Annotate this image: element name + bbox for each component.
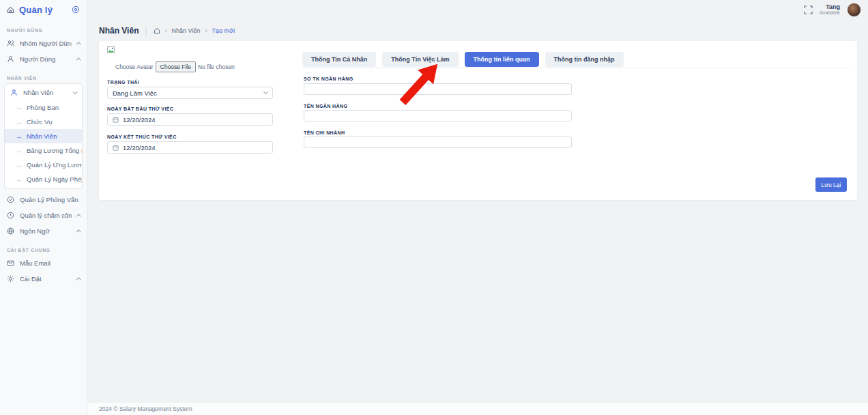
arrow-icon: →: [16, 176, 22, 183]
start-date-input[interactable]: 12/20/2024: [107, 113, 273, 126]
tab-thong-tin-dang-nhap[interactable]: Thông tin đăng nhập: [545, 52, 624, 67]
breadcrumb-separator: ›: [205, 27, 207, 34]
user-block[interactable]: Tang Available: [820, 3, 840, 16]
tab-thong-tin-viec-lam[interactable]: Thông Tin Việc Làm: [382, 52, 458, 67]
user-icon: [7, 55, 14, 63]
page-title: Nhân Viên: [99, 26, 139, 35]
app-title: Quản lý: [19, 5, 67, 15]
end-date-value: 12/20/2024: [123, 144, 156, 152]
tabs-divider: [302, 68, 849, 68]
nhan-vien-submenu: Nhân Viên → Phòng Ban → Chức Vụ → Nhân V…: [4, 83, 83, 189]
status-select[interactable]: Đang Làm Việc: [107, 87, 273, 99]
start-date-value: 12/20/2024: [123, 116, 156, 124]
status-label: TRẠNG THÁI: [107, 80, 273, 85]
arrow-icon: →: [16, 119, 22, 126]
gear-icon: [7, 275, 14, 283]
sidebar-subitem-quan-ly-ngay-phep[interactable]: → Quản Lý Ngày Phép: [5, 172, 82, 186]
title-divider: |: [145, 26, 147, 35]
home-icon[interactable]: [154, 27, 160, 34]
sidebar-item-quan-ly-cham-cong[interactable]: Quản lý chấm công: [0, 208, 87, 223]
globe-icon: [7, 227, 14, 235]
sidebar-item-nhan-vien[interactable]: Nhân Viên: [5, 84, 82, 100]
sidebar-item-ngon-ngu[interactable]: Ngôn Ngữ: [0, 223, 87, 239]
sidebar: Quản lý NGƯỜI DÙNG Nhóm Người Dùng: [0, 0, 87, 415]
page-head: Nhân Viên | › Nhân Viên › Tạo mới: [99, 26, 235, 35]
clock-icon: [7, 212, 14, 219]
bank-name-input[interactable]: [304, 110, 572, 121]
subitem-label: Chức Vụ: [27, 118, 53, 126]
tab-thong-tin-lien-quan[interactable]: Thông tin liên quan: [465, 52, 539, 67]
start-date-field: NGÀY BẮT ĐẦU THỬ VIỆC 12/20/2024: [107, 106, 273, 126]
chevron-down-icon: [73, 89, 77, 94]
status-field: TRẠNG THÁI Đang Làm Việc: [107, 80, 273, 99]
bank-account-input[interactable]: [304, 83, 572, 95]
arrow-icon: →: [16, 162, 22, 169]
breadcrumb-separator: ›: [165, 27, 167, 34]
end-date-input[interactable]: 12/20/2024: [107, 141, 273, 154]
sidebar-item-quan-ly-phong-van[interactable]: Quản Lý Phỏng Vấn: [0, 192, 87, 208]
sidebar-subitem-phong-ban[interactable]: → Phòng Ban: [5, 100, 82, 115]
sidebar-item-label: Ngôn Ngữ: [20, 227, 72, 235]
end-date-label: NGÀY KẾT THÚC THỬ VIỆC: [107, 134, 273, 139]
section-nguoi-dung: NGƯỜI DÙNG: [7, 28, 80, 33]
subitem-label: Quản Lý Ngày Phép: [27, 175, 82, 183]
sidebar-subitem-quan-ly-ung-luong[interactable]: → Quản Lý Ứng Lương: [5, 158, 82, 172]
chevron-up-icon: [76, 58, 81, 62]
broken-image-icon: [107, 46, 116, 55]
sidebar-subitem-nhan-vien[interactable]: → Nhân Viên: [5, 129, 82, 143]
check-circle-icon: [7, 196, 14, 203]
avatar-upload-row: Choose Avatar Choose File No file chosen: [107, 61, 235, 72]
sidebar-item-nguoi-dung[interactable]: Người Dùng: [0, 51, 87, 67]
sidebar-subitem-bang-luong-tong-hop[interactable]: → Bảng Lương Tổng Hợp: [5, 143, 82, 158]
chevron-up-icon: [76, 214, 81, 218]
tab-thong-tin-ca-nhan[interactable]: Thông Tin Cá Nhân: [302, 52, 376, 67]
user-avatar[interactable]: [847, 3, 861, 17]
choose-avatar-label: Choose Avatar: [115, 63, 154, 70]
status-value: Đang Làm Việc: [113, 89, 157, 97]
sidebar-collapse-icon[interactable]: [72, 5, 80, 14]
choose-file-button[interactable]: Choose File: [156, 61, 196, 72]
footer: 2024 © Salary Management System: [87, 403, 868, 415]
breadcrumb-tao-moi: Tạo mới: [212, 27, 234, 34]
fullscreen-icon[interactable]: [804, 5, 813, 14]
footer-text: 2024 © Salary Management System: [99, 405, 192, 412]
branch-name-input[interactable]: [304, 137, 572, 148]
arrow-icon: →: [16, 133, 22, 140]
chevron-down-icon: [263, 89, 268, 94]
mail-icon: [7, 259, 14, 267]
user-status: Available: [820, 10, 840, 16]
calendar-icon: [113, 145, 119, 151]
sidebar-item-label: Người Dùng: [20, 55, 72, 63]
subitem-label: Quản Lý Ứng Lương: [27, 161, 82, 169]
branch-name-label: TÊN CHI NHÁNH: [304, 130, 345, 135]
topbar: Tang Available: [804, 0, 868, 19]
employee-form-card: Choose Avatar Choose File No file chosen…: [99, 41, 857, 200]
sidebar-item-nhom-nguoi-dung[interactable]: Nhóm Người Dùng: [0, 35, 87, 51]
sidebar-item-label: Cài Đặt: [20, 275, 72, 283]
bank-account-label: SỐ TK NGÂN HÀNG: [304, 76, 353, 81]
save-button[interactable]: Lưu Lại: [815, 177, 847, 192]
chevron-up-icon: [76, 42, 81, 46]
calendar-icon: [113, 117, 119, 123]
app-screen: Quản lý NGƯỜI DÙNG Nhóm Người Dùng: [0, 0, 868, 415]
sidebar-item-label: Nhân Viên: [23, 89, 68, 96]
home-icon[interactable]: [7, 6, 14, 14]
chevron-up-icon: [76, 278, 81, 282]
arrow-icon: →: [16, 104, 22, 111]
sidebar-header: Quản lý: [0, 0, 87, 19]
sidebar-item-label: Nhóm Người Dùng: [20, 40, 72, 47]
subitem-label: Phòng Ban: [27, 104, 59, 111]
form-tabs: Thông Tin Cá Nhân Thông Tin Việc Làm Thô…: [302, 52, 624, 67]
bank-name-label: TÊN NGÂN HÀNG: [304, 104, 347, 109]
chevron-up-icon: [76, 230, 81, 234]
user-icon: [10, 89, 18, 96]
sidebar-item-mau-email[interactable]: Mẫu Email: [0, 255, 87, 271]
sidebar-item-label: Quản lý chấm công: [20, 212, 72, 219]
sidebar-subitem-chuc-vu[interactable]: → Chức Vụ: [5, 115, 82, 129]
breadcrumb-nhan-vien[interactable]: Nhân Viên: [172, 27, 201, 34]
users-icon: [7, 40, 14, 47]
subitem-label: Nhân Viên: [27, 132, 57, 140]
sidebar-item-cai-dat[interactable]: Cài Đặt: [0, 271, 87, 287]
end-date-field: NGÀY KẾT THÚC THỬ VIỆC 12/20/2024: [107, 134, 273, 154]
arrow-icon: →: [16, 147, 22, 154]
